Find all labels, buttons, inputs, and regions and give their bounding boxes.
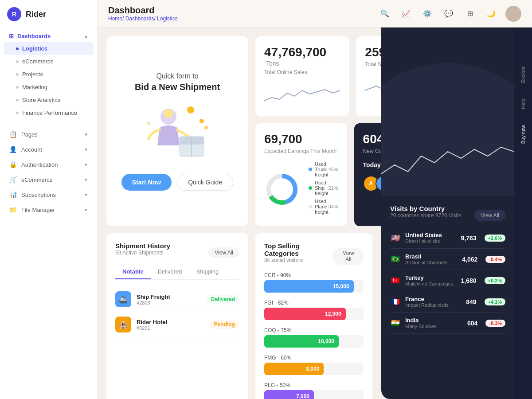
bid-title: Quick form to (156, 72, 198, 80)
france-change: +4.1% (485, 298, 506, 305)
logo[interactable]: R Rider (0, 7, 97, 30)
country-item-india: 🇮🇳 India Many Sources 604 -8.3% (390, 313, 505, 334)
shipment-view-all-button[interactable]: View All (208, 247, 239, 258)
subscriptions-chevron-icon: ▼ (84, 192, 88, 197)
sidebar-item-store-analytics[interactable]: Store Analytics (4, 94, 94, 106)
bid-buttons: Start Now Quick Guide (121, 174, 233, 191)
turkey-info: Turkey Mailchimp Campaigns (405, 274, 456, 286)
ship-info: Ship Freight #2808 (137, 293, 201, 305)
selling-subtitle: 8k social visitors (264, 257, 333, 263)
sidebar-dot (16, 60, 19, 63)
legend-truck: Used Truck freight 45% (309, 161, 338, 177)
svg-point-7 (204, 126, 208, 129)
header: Dashboard Home/ Dashboards/ Logistics 🔍 … (98, 0, 532, 27)
sidebar-item-account[interactable]: 👤 Account ▼ (4, 142, 94, 157)
sidebar-dot (16, 99, 19, 102)
bar-items: ECR - 90% 15,000 FGI - 82% 12,000 (264, 272, 364, 399)
bid-illustration (137, 101, 217, 163)
sidebar-item-marketing[interactable]: Marketing (4, 81, 94, 94)
grid-icon[interactable]: ⊞ (463, 7, 477, 21)
sidebar-item-filemanager[interactable]: 📁 File Manager ▼ (4, 202, 94, 217)
side-tab-buynow[interactable]: Buy now (519, 121, 528, 147)
chart-icon[interactable]: 📈 (399, 7, 413, 21)
ship-icon-2: 🏨 (115, 317, 131, 332)
france-info: France Impact Radius visits (405, 296, 462, 308)
selling-header: Top Selling Categories 8k social visitor… (264, 242, 364, 270)
content-area: Quick form to Bid a New Shipment (98, 27, 532, 399)
page-title: Dashboard (108, 5, 178, 16)
sidebar-item-ecommerce-nav[interactable]: 🛒 eCommerce ▼ (4, 172, 94, 187)
shipments-card: 259,786 Total Shipments (356, 36, 381, 116)
account-chevron-icon: ▼ (84, 147, 88, 152)
dashboards-group-title: ⊞ Dashboards (9, 33, 51, 39)
ship-status: Delivered (207, 295, 239, 304)
us-flag: 🇺🇸 (390, 234, 401, 242)
tab-shipping[interactable]: Shipping (189, 265, 226, 279)
donut-legend: Used Truck freight 45% Used Ship freight… (309, 161, 338, 217)
avatar[interactable] (505, 6, 521, 22)
shipments-value: 259,786 (365, 45, 381, 59)
country-item-france: 🇫🇷 France Impact Radius visits 849 +4.1% (390, 291, 505, 313)
ship-icon: 🚢 (115, 291, 131, 307)
bar-track: 12,000 (264, 308, 364, 320)
sidebar-item-authentication[interactable]: 🔒 Authentication ▼ (4, 157, 94, 172)
subscriptions-icon: 📊 (9, 191, 17, 199)
country-view-all-button[interactable]: View All (474, 210, 505, 221)
dark-top-area (381, 27, 514, 196)
tab-delivered[interactable]: Delivered (151, 265, 189, 279)
messages-icon[interactable]: 💬 (442, 7, 456, 21)
heroes-avatars: A S S P P +2 (363, 176, 381, 192)
dashboards-group[interactable]: ⊞ Dashboards ▲ (4, 30, 94, 42)
bar-track: 10,000 (264, 335, 364, 348)
customers-value: 604 (363, 132, 381, 146)
bar-item-fmg: FMG - 60% 8,000 (264, 355, 364, 375)
side-tab-help[interactable]: Help (519, 95, 528, 113)
tab-notable[interactable]: Notable (115, 265, 151, 279)
turkey-flag: 🇹🇷 (390, 277, 401, 285)
sidebar-item-subscriptions[interactable]: 📊 Subscriptions ▼ (4, 187, 94, 202)
bar-fill: 15,000 (264, 280, 354, 293)
country-visits-card: Visits by Country 20 countries share 972… (381, 196, 514, 343)
selling-title: Top Selling Categories (264, 242, 333, 257)
bar-track: 7,000 (264, 390, 364, 399)
customers-label: New Customers This Month (363, 148, 381, 154)
legend-plane: Used Plane freight 34% (309, 199, 338, 215)
start-now-button[interactable]: Start Now (121, 174, 172, 191)
search-icon[interactable]: 🔍 (378, 7, 392, 21)
us-change: +2.6% (485, 235, 506, 242)
shipment-item: 🚢 Ship Freight #2808 Delivered (115, 287, 239, 312)
bar-fill: 7,000 (264, 390, 314, 399)
sidebar-dot (16, 112, 19, 114)
bid-card: Quick form to Bid a New Shipment (106, 36, 248, 226)
quick-guide-button[interactable]: Quick Guide (177, 174, 233, 191)
ecommerce-chevron-icon: ▼ (84, 177, 88, 182)
country-subtitle: 20 countries share 9720 Visits (390, 212, 462, 219)
selling-view-all-button[interactable]: View All (333, 248, 364, 265)
sidebar-item-projects[interactable]: Projects (4, 68, 94, 81)
bar-item-fgi: FGI - 82% 12,000 (264, 300, 364, 320)
earnings-value: 69,700 (264, 132, 338, 146)
sidebar-item-logistics[interactable]: Logistics (4, 42, 94, 55)
sidebar-item-pages[interactable]: 📋 Pages ▼ (4, 127, 94, 142)
donut-container: Used Truck freight 45% Used Ship freight… (264, 161, 338, 217)
ecommerce-icon: 🛒 (9, 176, 17, 184)
country-item-turkey: 🇹🇷 Turkey Mailchimp Campaigns 1,680 +0.2… (390, 270, 505, 291)
darkmode-icon[interactable]: 🌙 (484, 7, 498, 21)
ship-info-2: Rider Hotel #3201 (137, 319, 204, 331)
country-title: Visits by Country (390, 205, 462, 212)
sidebar-item-finance[interactable]: Finance Performance (4, 106, 94, 119)
settings-icon[interactable]: ⚙️ (420, 7, 434, 21)
pages-chevron-icon: ▼ (84, 132, 88, 137)
side-tab-explore[interactable]: Explore (519, 63, 528, 86)
sidebar-item-ecommerce[interactable]: eCommerce (4, 55, 94, 68)
online-sales-value: 47,769,700 Tons (264, 45, 340, 67)
dashboards-chevron-icon: ▲ (84, 34, 88, 39)
svg-point-8 (147, 122, 150, 125)
brasil-flag: 🇧🇷 (390, 255, 401, 263)
bid-subtitle: Bid a New Shipment (135, 82, 220, 92)
top-row: Quick form to Bid a New Shipment (106, 36, 372, 226)
sidebar-dot (16, 86, 19, 89)
right-dark-panel: Visits by Country 20 countries share 972… (381, 27, 514, 399)
stats-panel: 47,769,700 Tons Total Online Sales (255, 36, 381, 226)
india-change: -8.3% (485, 320, 505, 327)
